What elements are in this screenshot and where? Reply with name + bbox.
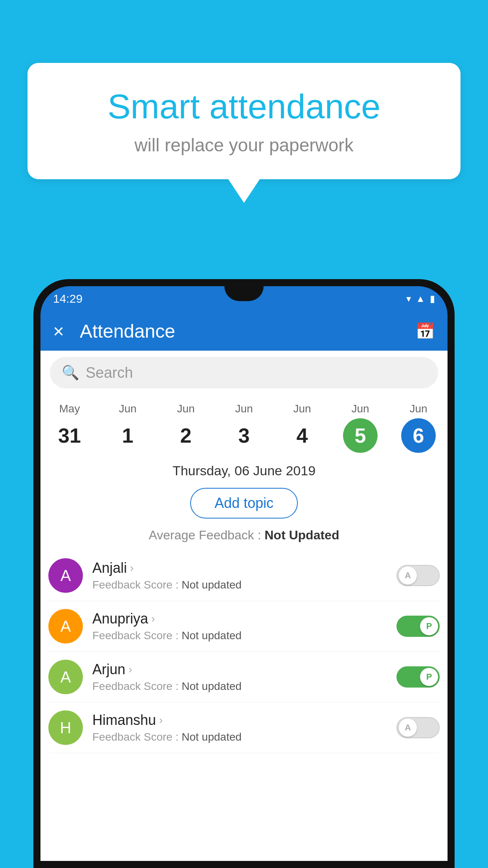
- chevron-right-icon: ›: [130, 562, 134, 574]
- student-info: Anjali ›Feedback Score : Not updated: [92, 560, 396, 591]
- avg-feedback-label: Average Feedback :: [149, 528, 265, 542]
- toggle-container: P: [396, 666, 440, 688]
- speech-bubble-container: Smart attendance will replace your paper…: [28, 63, 460, 203]
- speech-bubble: Smart attendance will replace your paper…: [28, 63, 460, 179]
- status-bar-time: 14:29: [53, 292, 83, 305]
- student-name[interactable]: Anupriya ›: [92, 611, 396, 627]
- date-day[interactable]: 3: [227, 418, 261, 453]
- student-feedback-value: Not updated: [182, 731, 242, 743]
- date-item[interactable]: May31: [40, 403, 99, 453]
- phone-inner: 14:29 ▾ ▲ ▮ × Attendance 📅 🔍 Search: [40, 286, 448, 861]
- toggle-knob: P: [420, 668, 438, 686]
- avg-feedback: Average Feedback : Not Updated: [40, 525, 448, 550]
- student-list: AAnjali ›Feedback Score : Not updatedAAA…: [40, 550, 448, 753]
- date-month: Jun: [293, 403, 311, 415]
- date-day[interactable]: 1: [110, 418, 145, 453]
- date-selector: May31Jun1Jun2Jun3Jun4Jun5Jun6: [40, 395, 448, 457]
- student-feedback: Feedback Score : Not updated: [92, 680, 396, 693]
- avatar: A: [48, 609, 83, 644]
- app-bar-title: Attendance: [80, 320, 415, 342]
- date-item[interactable]: Jun3: [215, 403, 273, 453]
- speech-bubble-subtitle: will replace your paperwork: [59, 134, 429, 156]
- date-day[interactable]: 4: [285, 418, 319, 453]
- status-bar: 14:29 ▾ ▲ ▮: [40, 286, 448, 311]
- avg-feedback-value: Not Updated: [264, 528, 339, 542]
- toggle-container: A: [396, 717, 440, 738]
- student-info: Arjun ›Feedback Score : Not updated: [92, 661, 396, 693]
- toggle-container: A: [396, 565, 440, 586]
- student-info: Anupriya ›Feedback Score : Not updated: [92, 611, 396, 642]
- attendance-toggle[interactable]: P: [396, 616, 440, 637]
- date-day[interactable]: 2: [169, 418, 203, 453]
- student-name[interactable]: Himanshu ›: [92, 712, 396, 728]
- search-bar[interactable]: 🔍 Search: [50, 357, 438, 388]
- student-item: HHimanshu ›Feedback Score : Not updatedA: [48, 702, 440, 753]
- student-feedback-value: Not updated: [182, 680, 242, 692]
- date-item[interactable]: Jun5: [331, 403, 389, 453]
- close-button[interactable]: ×: [53, 320, 64, 342]
- date-month: May: [59, 403, 80, 415]
- avatar: H: [48, 710, 83, 745]
- date-item[interactable]: Jun2: [157, 403, 215, 453]
- toggle-knob: P: [420, 617, 438, 635]
- student-item: AAnjali ›Feedback Score : Not updatedA: [48, 550, 440, 601]
- attendance-toggle[interactable]: A: [396, 717, 440, 738]
- chevron-right-icon: ›: [159, 714, 163, 726]
- date-day[interactable]: 31: [52, 418, 87, 453]
- student-feedback: Feedback Score : Not updated: [92, 579, 396, 591]
- wifi-icon: ▾: [406, 293, 411, 304]
- date-month: Jun: [409, 403, 427, 415]
- date-month: Jun: [235, 403, 253, 415]
- phone-frame: 14:29 ▾ ▲ ▮ × Attendance 📅 🔍 Search: [33, 279, 455, 868]
- toggle-knob: A: [399, 566, 417, 585]
- calendar-icon[interactable]: 📅: [415, 322, 435, 340]
- date-item[interactable]: Jun1: [99, 403, 157, 453]
- date-month: Jun: [351, 403, 369, 415]
- attendance-toggle[interactable]: P: [396, 666, 440, 688]
- app-content: 🔍 Search May31Jun1Jun2Jun3Jun4Jun5Jun6 T…: [40, 351, 448, 861]
- toggle-container: P: [396, 616, 440, 637]
- student-feedback: Feedback Score : Not updated: [92, 629, 396, 642]
- date-month: Jun: [177, 403, 194, 415]
- notch: [224, 286, 264, 301]
- student-feedback-value: Not updated: [182, 579, 242, 591]
- signal-icon: ▲: [416, 293, 425, 304]
- status-bar-icons: ▾ ▲ ▮: [406, 293, 435, 304]
- search-icon: 🔍: [62, 364, 79, 381]
- chevron-right-icon: ›: [151, 612, 155, 625]
- avatar: A: [48, 558, 83, 593]
- student-info: Himanshu ›Feedback Score : Not updated: [92, 712, 396, 743]
- student-name[interactable]: Arjun ›: [92, 661, 396, 678]
- search-placeholder: Search: [86, 364, 133, 381]
- selected-date-label: Thursday, 06 June 2019: [40, 457, 448, 485]
- avatar: A: [48, 660, 83, 694]
- student-name[interactable]: Anjali ›: [92, 560, 396, 576]
- student-item: AAnupriya ›Feedback Score : Not updatedP: [48, 601, 440, 652]
- date-day[interactable]: 5: [343, 418, 378, 453]
- date-day[interactable]: 6: [401, 418, 436, 453]
- speech-bubble-arrow: [228, 179, 260, 203]
- student-item: AArjun ›Feedback Score : Not updatedP: [48, 652, 440, 702]
- app-bar: × Attendance 📅: [40, 311, 448, 351]
- battery-icon: ▮: [430, 293, 435, 304]
- toggle-knob: A: [399, 719, 417, 737]
- speech-bubble-title: Smart attendance: [59, 86, 429, 127]
- attendance-toggle[interactable]: A: [396, 565, 440, 586]
- search-bar-container: 🔍 Search: [40, 351, 448, 395]
- add-topic-container: Add topic: [40, 485, 448, 525]
- student-feedback-value: Not updated: [182, 629, 242, 642]
- chevron-right-icon: ›: [128, 663, 132, 676]
- date-month: Jun: [119, 403, 136, 415]
- date-item[interactable]: Jun4: [273, 403, 331, 453]
- add-topic-button[interactable]: Add topic: [190, 488, 298, 519]
- student-feedback: Feedback Score : Not updated: [92, 731, 396, 743]
- date-item[interactable]: Jun6: [389, 403, 448, 453]
